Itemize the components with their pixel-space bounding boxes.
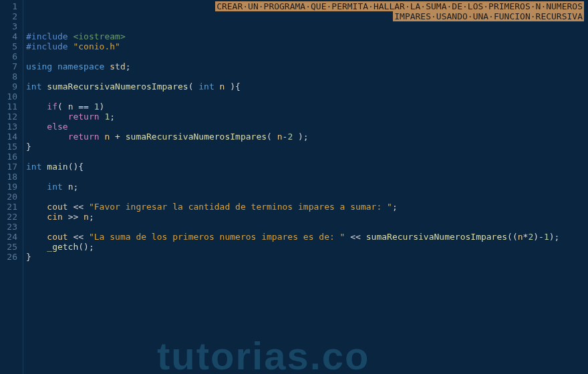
- line-number: 17: [5, 162, 17, 172]
- line-number: 13: [5, 122, 17, 132]
- code-line: }: [26, 142, 588, 152]
- code-line: #include "conio.h": [26, 41, 588, 51]
- code-editor: 1234567891011121314151617181920212223242…: [0, 0, 588, 374]
- line-gutter: 1234567891011121314151617181920212223242…: [0, 0, 23, 374]
- line-number: 16: [5, 152, 17, 162]
- code-line: cin >> n;: [26, 212, 588, 222]
- code-line: cout << "La suma de los primeros numeros…: [26, 232, 588, 242]
- line-number: 4: [5, 31, 17, 41]
- line-number: 8: [5, 71, 17, 81]
- code-line: [26, 91, 588, 102]
- line-number: 18: [5, 172, 17, 182]
- line-number: 20: [5, 192, 17, 202]
- code-line: return n + sumaRecursivaNumerosImpares( …: [26, 132, 588, 142]
- code-line: using namespace std;: [26, 61, 588, 71]
- code-line: IMPARES·USANDO·UNA·FUNCION·RECURSIVA: [26, 11, 588, 21]
- code-line: [26, 21, 588, 31]
- code-line: return 1;: [26, 112, 588, 122]
- line-number: 23: [5, 222, 17, 232]
- line-number: 11: [5, 102, 17, 112]
- line-number: 24: [5, 232, 17, 242]
- line-number: 25: [5, 242, 17, 252]
- line-number: 6: [5, 51, 17, 61]
- comment-line-2: IMPARES·USANDO·UNA·FUNCION·RECURSIVA: [393, 11, 584, 21]
- code-line: [26, 71, 588, 81]
- watermark-text: tutorias.co: [157, 351, 370, 361]
- code-line: int main(){: [26, 162, 588, 172]
- line-number: 2: [5, 11, 17, 21]
- line-number: 22: [5, 212, 17, 222]
- code-line: _getch();: [26, 242, 588, 252]
- line-number: 10: [5, 91, 17, 102]
- line-number: 7: [5, 61, 17, 71]
- code-line: [26, 222, 588, 232]
- code-area[interactable]: CREAR·UN·PROGRAMA·QUE·PERMITA·HALLAR·LA·…: [23, 0, 588, 374]
- code-line: CREAR·UN·PROGRAMA·QUE·PERMITA·HALLAR·LA·…: [26, 1, 588, 11]
- line-number: 1: [5, 1, 17, 11]
- code-line: [26, 172, 588, 182]
- line-number: 21: [5, 202, 17, 212]
- line-number: 12: [5, 112, 17, 122]
- code-line: int sumaRecursivaNumerosImpares( int n )…: [26, 81, 588, 91]
- line-number: 3: [5, 21, 17, 31]
- code-line: int n;: [26, 182, 588, 192]
- code-line: [26, 51, 588, 61]
- line-number: 26: [5, 252, 17, 262]
- code-line: cout << "Favor ingresar la cantidad de t…: [26, 202, 588, 212]
- line-number: 19: [5, 182, 17, 192]
- line-number: 15: [5, 142, 17, 152]
- line-number: 9: [5, 81, 17, 91]
- code-line: #include <iostream>: [26, 31, 588, 41]
- line-number: 5: [5, 41, 17, 51]
- comment-line-1: CREAR·UN·PROGRAMA·QUE·PERMITA·HALLAR·LA·…: [215, 1, 584, 11]
- line-number: 14: [5, 132, 17, 142]
- code-line: }: [26, 252, 588, 262]
- code-line: else: [26, 122, 588, 132]
- code-line: [26, 152, 588, 162]
- code-line: if( n == 1): [26, 102, 588, 112]
- code-line: [26, 192, 588, 202]
